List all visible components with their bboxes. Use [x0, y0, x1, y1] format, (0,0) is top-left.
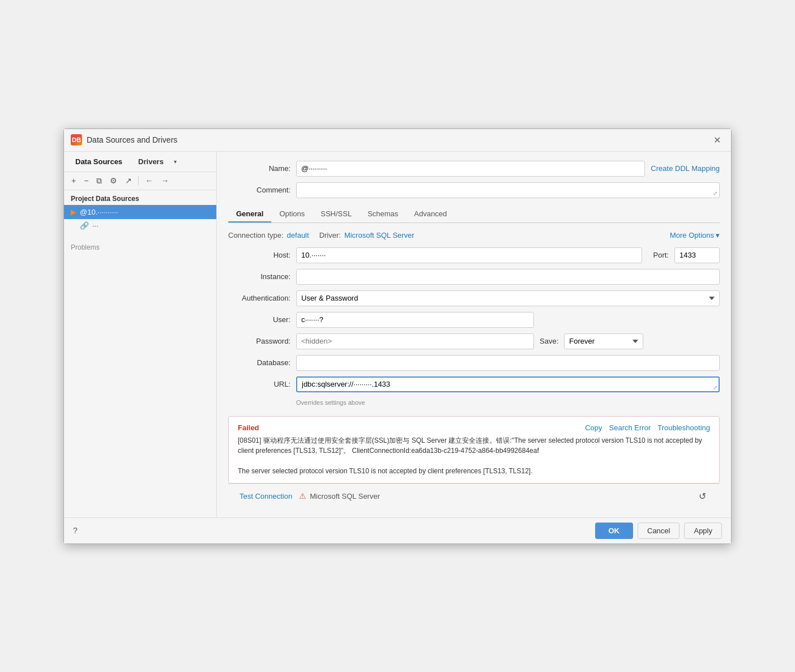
password-input[interactable]: [296, 333, 534, 349]
password-row: Password: Save: Forever Until restart Ne…: [228, 333, 720, 349]
search-error-link[interactable]: Search Error: [609, 423, 651, 432]
tab-schemas[interactable]: Schemas: [360, 206, 406, 222]
undo-button[interactable]: ↺: [696, 489, 708, 504]
conn-type-link[interactable]: default: [287, 231, 309, 239]
name-input-wrap: [296, 161, 645, 177]
right-panel: Name: Create DDL Mapping Comment: ⤢ Gene…: [217, 152, 731, 517]
url-input[interactable]: [296, 376, 720, 392]
problems-label: Problems: [71, 243, 100, 251]
export-button[interactable]: ↗: [122, 174, 135, 187]
database-label: Database:: [228, 358, 290, 367]
add-button[interactable]: +: [69, 174, 79, 187]
forward-button[interactable]: →: [158, 174, 172, 187]
test-status-text: Microsoft SQL Server: [310, 492, 380, 500]
sidebar-item-sub1[interactable]: 🔗 ···: [64, 219, 216, 232]
url-expand-icon[interactable]: ⤢: [713, 384, 717, 391]
titlebar-left: DB Data Sources and Drivers: [71, 134, 177, 145]
database-input[interactable]: [296, 355, 720, 371]
tab-datasources[interactable]: Data Sources: [69, 155, 129, 168]
database-row: Database:: [228, 355, 720, 371]
comment-row: Comment: ⤢: [228, 182, 720, 198]
error-message: [08S01] 驱动程序无法通过使用安全套接字层(SSL)加密与 SQL Ser…: [238, 436, 702, 455]
auth-label: Authentication:: [228, 294, 290, 302]
password-label: Password:: [228, 337, 290, 345]
connection-type-row: Connection type: default Driver: Microso…: [228, 231, 720, 239]
host-label: Host:: [228, 251, 290, 259]
port-label: Port:: [653, 251, 669, 259]
error-header: Failed Copy Search Error Troubleshooting: [238, 423, 710, 432]
copy-link[interactable]: Copy: [585, 423, 602, 432]
user-input[interactable]: [296, 312, 534, 328]
instance-input[interactable]: [296, 269, 720, 285]
auth-row: Authentication: User & Password Windows …: [228, 290, 720, 306]
tab-advanced[interactable]: Advanced: [406, 206, 455, 222]
url-hint: Overrides settings above: [296, 399, 720, 406]
tab-general[interactable]: General: [228, 206, 271, 222]
db-icon: ▶: [71, 208, 76, 216]
name-input[interactable]: [296, 161, 645, 177]
app-icon: DB: [71, 134, 82, 145]
dialog-title: Data Sources and Drivers: [87, 135, 177, 144]
error-links: Copy Search Error Troubleshooting: [585, 423, 710, 432]
main-dialog: DB Data Sources and Drivers ✕ Data Sourc…: [63, 129, 732, 544]
tab-drivers[interactable]: Drivers: [131, 155, 170, 168]
host-input[interactable]: [296, 247, 642, 263]
problems-section: Problems: [64, 237, 216, 258]
tab-options[interactable]: Options: [271, 206, 313, 222]
back-button[interactable]: ←: [142, 174, 156, 187]
sidebar-item-db1[interactable]: ▶ @10.··········: [64, 205, 216, 219]
auth-select[interactable]: User & Password Windows Credentials No a…: [296, 290, 720, 306]
test-status: ⚠ Microsoft SQL Server: [299, 491, 380, 500]
save-label: Save:: [540, 337, 558, 345]
cancel-button[interactable]: Cancel: [638, 523, 679, 539]
close-button[interactable]: ✕: [710, 134, 724, 147]
remove-button[interactable]: −: [81, 174, 91, 187]
sub-icon: 🔗: [80, 221, 89, 230]
url-wrap: ⤢: [296, 376, 720, 392]
sidebar-item-label-2: ···: [92, 221, 99, 230]
ok-button[interactable]: OK: [595, 523, 634, 539]
more-options-link[interactable]: More Options ▾: [670, 231, 720, 239]
tab-ssh-ssl[interactable]: SSH/SSL: [313, 206, 360, 222]
port-input[interactable]: [674, 247, 720, 263]
bottom-right: ↺: [696, 489, 708, 504]
more-options-icon: ▾: [716, 231, 720, 239]
comment-label: Comment:: [228, 186, 290, 194]
instance-row: Instance:: [228, 269, 720, 285]
dialog-footer: ? OK Cancel Apply: [64, 517, 731, 543]
main-content: Data Sources Drivers ▾ + − ⧉ ⚙ ↗ ← → Pro…: [64, 152, 731, 517]
troubleshooting-link[interactable]: Troubleshooting: [657, 423, 710, 432]
sidebar-tabs: Data Sources Drivers ▾: [64, 152, 216, 172]
error-message2: The server selected protocol version TLS…: [238, 467, 533, 475]
user-label: User:: [228, 315, 290, 324]
bottom-bar: Test Connection ⚠ Microsoft SQL Server ↺: [228, 483, 720, 508]
apply-button[interactable]: Apply: [684, 523, 722, 539]
error-box: Failed Copy Search Error Troubleshooting…: [228, 416, 720, 483]
footer-buttons: OK Cancel Apply: [595, 523, 723, 539]
settings-button[interactable]: ⚙: [107, 174, 120, 187]
sidebar-item-label-1: @10.··········: [80, 208, 118, 216]
tabs-bar: General Options SSH/SSL Schemas Advanced: [228, 206, 720, 223]
url-row: URL: ⤢: [228, 376, 720, 392]
host-port-row: Host: Port:: [228, 247, 720, 263]
help-button[interactable]: ?: [73, 526, 78, 535]
name-row: Name: Create DDL Mapping: [228, 161, 720, 177]
comment-input[interactable]: [296, 182, 720, 198]
driver-link[interactable]: Microsoft SQL Server: [344, 231, 414, 239]
error-body: [08S01] 驱动程序无法通过使用安全套接字层(SSL)加密与 SQL Ser…: [238, 435, 710, 476]
tab-dropdown-icon[interactable]: ▾: [174, 159, 177, 165]
titlebar: DB Data Sources and Drivers ✕: [64, 129, 731, 152]
error-title: Failed: [238, 423, 259, 432]
sidebar-section-title: Project Data Sources: [64, 190, 216, 205]
test-connection-link[interactable]: Test Connection: [240, 492, 292, 500]
conn-type-label: Connection type:: [228, 231, 284, 239]
url-label: URL:: [228, 380, 290, 388]
sidebar-toolbar: + − ⧉ ⚙ ↗ ← →: [64, 172, 216, 190]
user-row: User:: [228, 312, 720, 328]
name-label: Name:: [228, 164, 290, 173]
test-status-icon: ⚠: [299, 491, 306, 500]
create-ddl-link[interactable]: Create DDL Mapping: [651, 164, 720, 173]
comment-expand-icon[interactable]: ⤢: [713, 190, 717, 196]
save-select[interactable]: Forever Until restart Never: [564, 333, 643, 349]
copy-button[interactable]: ⧉: [93, 174, 105, 187]
